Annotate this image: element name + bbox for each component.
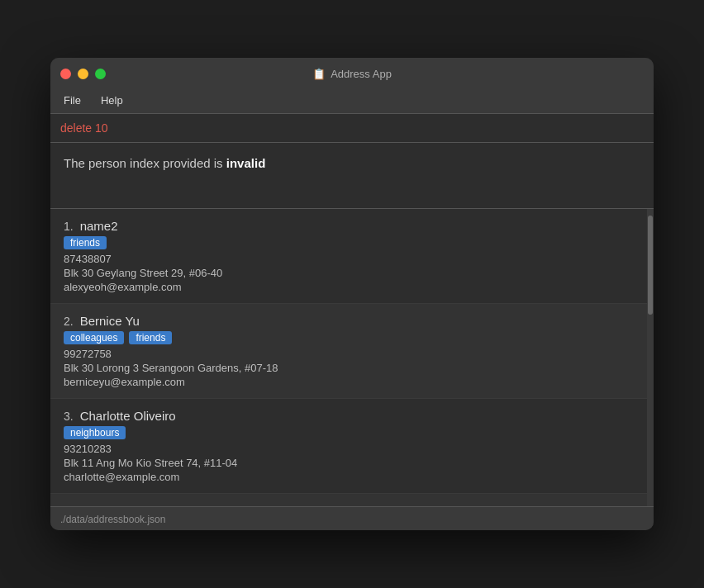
- contact-header: 3. Charlotte Oliveiro: [64, 409, 634, 423]
- command-bar: delete 10: [50, 114, 654, 143]
- scrollbar-thumb[interactable]: [648, 216, 653, 315]
- close-button[interactable]: [60, 69, 71, 79]
- contact-phone: 99272758: [64, 348, 634, 360]
- contacts-list: 1. name2 friends 87438807Blk 30 Geylang …: [50, 209, 647, 506]
- contact-name: David Li: [80, 504, 125, 506]
- contact-name: Bernice Yu: [80, 314, 140, 328]
- menubar: File Help: [50, 89, 654, 114]
- error-highlight: invalid: [226, 156, 266, 170]
- status-text: ./data/addressbook.json: [60, 514, 165, 525]
- contact-header: 2. Bernice Yu: [64, 314, 634, 328]
- traffic-lights: [60, 69, 106, 79]
- tag-friends: friends: [129, 331, 172, 344]
- tag-friends: friends: [64, 236, 107, 249]
- contact-name: Charlotte Oliveiro: [80, 409, 176, 423]
- titlebar: 📋 Address App: [50, 58, 654, 89]
- scrollbar[interactable]: [647, 209, 654, 506]
- command-text: delete 10: [60, 121, 108, 135]
- contact-email: alexyeoh@example.com: [64, 281, 634, 293]
- contact-address: Blk 30 Geylang Street 29, #06-40: [64, 267, 634, 279]
- contact-address: Blk 30 Lorong 3 Serangoon Gardens, #07-1…: [64, 362, 634, 374]
- contact-index: 1.: [64, 220, 74, 233]
- contact-item[interactable]: 4. David Li: [50, 494, 647, 506]
- contact-item[interactable]: 3. Charlotte Oliveiro neighbours 9321028…: [50, 399, 647, 494]
- contact-index: 4.: [64, 505, 74, 506]
- menu-file[interactable]: File: [60, 92, 84, 108]
- tag-colleagues: colleagues: [64, 331, 124, 344]
- tags-row: neighbours: [64, 426, 634, 439]
- contact-email: berniceyu@example.com: [64, 376, 634, 388]
- main-window: 📋 Address App File Help delete 10 The pe…: [50, 58, 654, 530]
- statusbar: ./data/addressbook.json: [50, 506, 654, 530]
- error-text: The person index provided is invalid: [64, 156, 265, 170]
- contact-header: 1. name2: [64, 219, 634, 233]
- tags-row: friends: [64, 236, 634, 249]
- error-panel: The person index provided is invalid: [50, 143, 654, 209]
- minimize-button[interactable]: [78, 69, 88, 79]
- tag-neighbours: neighbours: [64, 426, 126, 439]
- contact-header: 4. David Li: [64, 504, 634, 506]
- contact-phone: 93210283: [64, 443, 634, 455]
- contact-item[interactable]: 2. Bernice Yu colleaguesfriends 99272758…: [50, 304, 647, 399]
- contact-phone: 87438807: [64, 253, 634, 265]
- contact-email: charlotte@example.com: [64, 471, 634, 483]
- tags-row: colleaguesfriends: [64, 331, 634, 344]
- contact-address: Blk 11 Ang Mo Kio Street 74, #11-04: [64, 457, 634, 469]
- window-title: 📋 Address App: [312, 68, 392, 80]
- contact-index: 3.: [64, 410, 74, 423]
- title-icon: 📋: [312, 68, 326, 80]
- contact-item[interactable]: 1. name2 friends 87438807Blk 30 Geylang …: [50, 209, 647, 304]
- title-label: Address App: [331, 68, 392, 80]
- contacts-wrapper: 1. name2 friends 87438807Blk 30 Geylang …: [50, 209, 654, 506]
- menu-help[interactable]: Help: [98, 92, 126, 108]
- contact-name: name2: [80, 219, 118, 233]
- maximize-button[interactable]: [95, 69, 106, 79]
- contact-index: 2.: [64, 315, 74, 328]
